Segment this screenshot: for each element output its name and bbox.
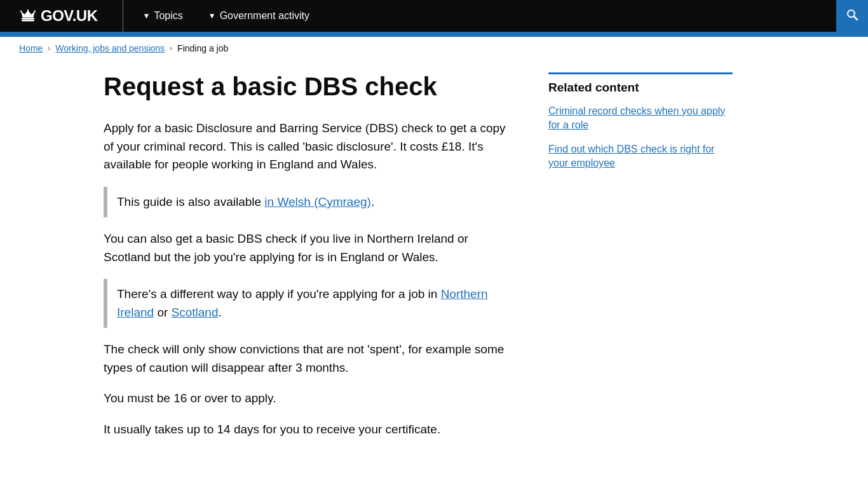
callout-ni-middle: or — [154, 306, 171, 319]
search-button[interactable] — [836, 0, 868, 32]
related-link-1[interactable]: Criminal record checks when you apply fo… — [548, 105, 725, 130]
logo-area[interactable]: GOV.UK — [0, 0, 116, 32]
related-link-2[interactable]: Find out which DBS check is right for yo… — [548, 144, 714, 168]
breadcrumb: Home › Working, jobs and pensions › Find… — [0, 37, 868, 60]
callout-welsh-before: This guide is also available — [117, 195, 264, 208]
body-text-4: It usually takes up to 14 days for you t… — [104, 421, 510, 439]
header-divider — [123, 0, 123, 32]
callout-ni-after: . — [219, 306, 222, 319]
blue-stripe — [0, 32, 868, 37]
breadcrumb-home[interactable]: Home — [19, 43, 43, 53]
topics-label: Topics — [154, 10, 182, 22]
site-header: GOV.UK ▼ Topics ▼ Government activity — [0, 0, 868, 32]
body-text-1: You can also get a basic DBS check if yo… — [104, 230, 510, 266]
svg-point-3 — [27, 10, 29, 11]
main-wrapper: Request a basic DBS check Apply for a ba… — [85, 60, 783, 477]
gov-activity-chevron-icon: ▼ — [208, 11, 216, 20]
breadcrumb-separator-2: › — [170, 44, 172, 53]
callout-ni-scotland: There's a different way to apply if you'… — [104, 279, 510, 328]
related-content: Related content Criminal record checks w… — [548, 72, 733, 171]
svg-rect-1 — [22, 20, 34, 22]
related-link-item-2: Find out which DBS check is right for yo… — [548, 142, 733, 171]
crown-icon — [19, 9, 37, 23]
callout-welsh-after: . — [371, 195, 374, 208]
page-title: Request a basic DBS check — [104, 72, 510, 100]
breadcrumb-working-jobs[interactable]: Working, jobs and pensions — [55, 43, 165, 53]
breadcrumb-current: Finding a job — [177, 43, 228, 53]
topics-button[interactable]: ▼ Topics — [130, 0, 195, 32]
callout-ni-before: There's a different way to apply if you'… — [117, 287, 441, 301]
body-text-2: The check will only show convictions tha… — [104, 341, 510, 377]
topics-chevron-icon: ▼ — [142, 11, 150, 20]
government-activity-label: Government activity — [220, 10, 309, 22]
sidebar: Related content Criminal record checks w… — [548, 72, 733, 451]
header-nav: ▼ Topics ▼ Government activity — [130, 0, 836, 32]
gov-uk-logo[interactable]: GOV.UK — [41, 7, 97, 25]
breadcrumb-separator-1: › — [48, 44, 50, 53]
main-content: Request a basic DBS check Apply for a ba… — [104, 72, 510, 451]
related-content-list: Criminal record checks when you apply fo… — [548, 104, 733, 171]
svg-point-2 — [20, 11, 22, 13]
government-activity-button[interactable]: ▼ Government activity — [196, 0, 322, 32]
svg-rect-0 — [22, 18, 34, 20]
intro-paragraph: Apply for a basic Disclosure and Barring… — [104, 119, 510, 174]
search-icon — [846, 8, 858, 24]
related-link-item-1: Criminal record checks when you apply fo… — [548, 104, 733, 133]
related-content-title: Related content — [548, 81, 733, 95]
scotland-link[interactable]: Scotland — [172, 306, 219, 319]
svg-point-4 — [34, 11, 36, 13]
svg-line-6 — [854, 17, 857, 20]
body-text-3: You must be 16 or over to apply. — [104, 390, 510, 408]
welsh-link[interactable]: in Welsh (Cymraeg) — [264, 195, 371, 208]
callout-welsh: This guide is also available in Welsh (C… — [104, 187, 510, 218]
